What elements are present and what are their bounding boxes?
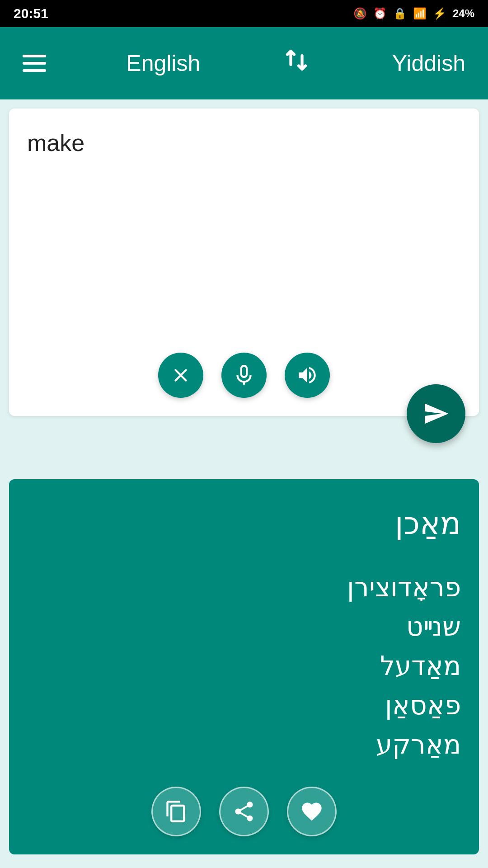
- microphone-icon: [233, 364, 255, 387]
- input-area: make: [9, 108, 479, 416]
- target-language-label[interactable]: Yiddish: [392, 50, 465, 76]
- share-icon: [232, 800, 256, 823]
- copy-button[interactable]: [151, 787, 201, 836]
- translation-alternatives: פראָדוצירן שנײט מאַדעל פאַסאַן מאַרקע: [27, 567, 461, 764]
- main-content: make: [0, 99, 488, 868]
- lock-icon: 🔒: [393, 7, 407, 20]
- menu-button[interactable]: [23, 55, 46, 72]
- source-text[interactable]: make: [27, 127, 461, 344]
- status-time: 20:51: [14, 6, 48, 21]
- speak-button[interactable]: [285, 353, 330, 398]
- heart-icon: [300, 800, 324, 823]
- menu-line-2: [23, 62, 46, 65]
- toolbar: English Yiddish: [0, 27, 488, 99]
- battery-percent: 24%: [453, 7, 474, 20]
- swap-languages-button[interactable]: [281, 47, 312, 80]
- favorite-button[interactable]: [287, 787, 337, 836]
- microphone-button[interactable]: [221, 353, 267, 398]
- copy-icon: [164, 800, 188, 823]
- output-controls: [27, 787, 461, 836]
- status-icons: 🔕 ⏰ 🔒 📶 ⚡ 24%: [353, 7, 474, 20]
- translated-text: מאַכן פראָדוצירן שנײט מאַדעל פאַסאַן מאַ…: [27, 502, 461, 764]
- menu-line-1: [23, 55, 46, 57]
- speaker-icon: [296, 364, 319, 387]
- notification-muted-icon: 🔕: [353, 7, 367, 20]
- source-language-label[interactable]: English: [126, 50, 200, 76]
- translation-main: מאַכן: [27, 502, 461, 545]
- battery-icon: ⚡: [433, 7, 446, 20]
- alarm-icon: ⏰: [373, 7, 387, 20]
- output-area: מאַכן פראָדוצירן שנײט מאַדעל פאַסאַן מאַ…: [9, 479, 479, 854]
- status-bar: 20:51 🔕 ⏰ 🔒 📶 ⚡ 24%: [0, 0, 488, 27]
- clear-button[interactable]: [158, 353, 203, 398]
- send-icon: [422, 400, 450, 427]
- input-controls: [27, 353, 461, 398]
- clear-icon: [169, 364, 192, 387]
- signal-icon: 📶: [413, 7, 427, 20]
- translate-button[interactable]: [407, 384, 465, 443]
- menu-line-3: [23, 69, 46, 72]
- share-button[interactable]: [219, 787, 269, 836]
